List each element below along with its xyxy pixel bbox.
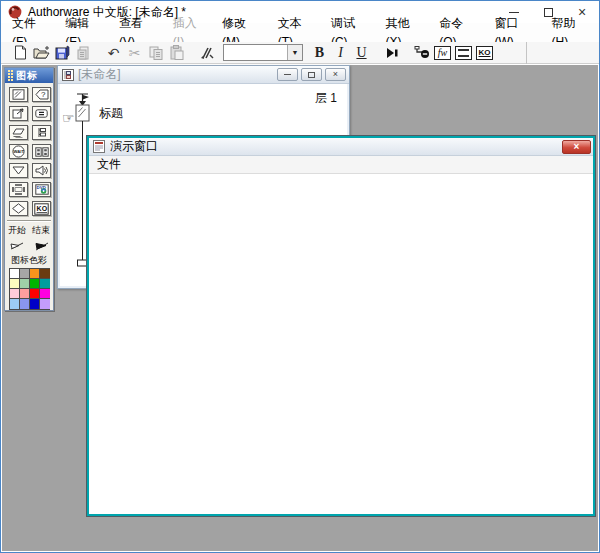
combo-dropdown-arrow[interactable]: ▼ [287,45,302,60]
run-button[interactable] [381,43,402,63]
import-button[interactable] [73,43,94,63]
display-icon-button[interactable] [9,87,28,102]
control-panel-button[interactable] [411,43,432,63]
calculation-icon-button[interactable] [32,106,51,121]
presentation-window-icon [93,140,105,153]
color-swatch[interactable] [30,279,40,289]
color-swatch[interactable] [30,289,40,299]
color-swatch[interactable] [30,299,40,309]
presentation-close-button[interactable]: × [562,140,591,154]
end-flag-icon[interactable] [33,239,50,251]
bold-button[interactable]: B [309,43,330,63]
map-icon-button[interactable] [32,125,51,140]
sound-icon [35,165,48,176]
undo-icon: ↶ [108,46,120,60]
color-swatch[interactable] [20,299,30,309]
new-document-button[interactable] [10,43,31,63]
end-flag-label: 结束 [32,224,50,237]
open-button[interactable] [31,43,52,63]
design-minimize-button[interactable] [277,68,298,81]
color-swatch[interactable] [10,289,20,299]
interaction-icon: ? [35,89,49,100]
copy-button[interactable] [145,43,166,63]
navigate-icon-button[interactable] [9,163,28,178]
knowledge-object-icon-button[interactable]: KO [32,201,51,216]
design-close-button[interactable]: × [325,68,346,81]
interaction-icon-button[interactable]: ? [32,87,51,102]
presentation-titlebar[interactable]: 演示窗口 × [89,138,593,156]
motion-icon-button[interactable] [9,106,28,121]
decision-icon-button[interactable] [9,201,28,216]
toolbar-divider [526,42,527,64]
menu-bar: 文件(F) 编辑(E) 查看(V) 插入(I) 修改(M) 文本(T) 调试(C… [1,23,599,42]
erase-icon [12,128,26,138]
display-icon [12,89,25,100]
color-swatch[interactable] [40,299,50,309]
underline-button[interactable]: U [351,43,372,63]
sound-icon-button[interactable] [32,163,51,178]
run-icon [385,47,399,59]
undo-button[interactable]: ↶ [103,43,124,63]
design-window-title: [未命名] [78,66,121,83]
color-swatch[interactable] [20,269,30,279]
design-window-icon [62,69,74,81]
design-window-titlebar[interactable]: [未命名] × [58,66,349,84]
variables-button[interactable] [453,43,474,63]
digital-movie-icon [35,147,49,157]
underline-icon: U [356,45,366,61]
functions-button[interactable]: fw [432,43,453,63]
color-swatch[interactable] [20,289,30,299]
wait-icon-button[interactable]: WAIT [9,144,28,159]
copy-icon [149,46,163,60]
paste-button[interactable] [166,43,187,63]
cut-button[interactable]: ✂ [124,43,145,63]
framework-icon-button[interactable] [9,182,28,197]
knowledge-objects-icon: KO [476,46,493,60]
color-swatch[interactable] [40,269,50,279]
erase-icon-button[interactable] [9,125,28,140]
knowledge-object-icon: KO [34,203,49,215]
italic-button[interactable]: I [330,43,351,63]
palette-grip-icon [8,70,13,81]
design-maximize-button[interactable] [301,68,322,81]
svg-text:KO: KO [37,205,48,212]
map-icon [36,127,48,138]
presentation-canvas[interactable] [89,174,593,514]
paste-hand-icon: ☞ [62,110,75,126]
color-swatch[interactable] [20,279,30,289]
presentation-window: 演示窗口 × 文件 [87,136,595,516]
dvd-icon: DVD [35,184,49,195]
import-icon [77,46,91,60]
color-swatch[interactable] [10,269,20,279]
digital-movie-icon-button[interactable] [32,144,51,159]
calculation-icon [35,109,48,118]
motion-icon [12,108,25,119]
start-flag-icon[interactable] [9,239,26,251]
authorware-window: Authorware 中文版: [未命名] * × 文件(F) 编辑(E) 查看… [0,0,600,553]
color-swatch[interactable] [30,269,40,279]
color-swatch[interactable] [40,289,50,299]
dvd-icon-button[interactable]: DVD [32,182,51,197]
color-swatch[interactable] [40,279,50,289]
knowledge-objects-button[interactable]: KO [474,43,495,63]
presentation-menu-file[interactable]: 文件 [89,156,129,173]
save-all-button[interactable] [52,43,73,63]
workspace: [未命名] × 层 1 [2,65,598,551]
save-all-icon [55,45,70,60]
paste-icon [170,45,184,60]
find-button[interactable] [196,43,217,63]
presentation-menubar: 文件 [89,156,593,174]
palette-titlebar[interactable]: 图标 [5,68,53,83]
presentation-close-icon: × [574,142,580,152]
icon-palette: 图标 ? [4,67,54,311]
palette-title: 图标 [16,69,38,83]
flow-item-label[interactable]: 标题 [99,105,123,122]
color-swatch[interactable] [10,279,20,289]
new-document-icon [14,45,27,60]
find-icon [199,46,214,60]
decision-icon [12,203,25,214]
color-swatch[interactable] [10,299,20,309]
framework-icon [12,184,25,195]
text-style-value [224,45,287,60]
text-style-select[interactable]: ▼ [223,44,303,61]
